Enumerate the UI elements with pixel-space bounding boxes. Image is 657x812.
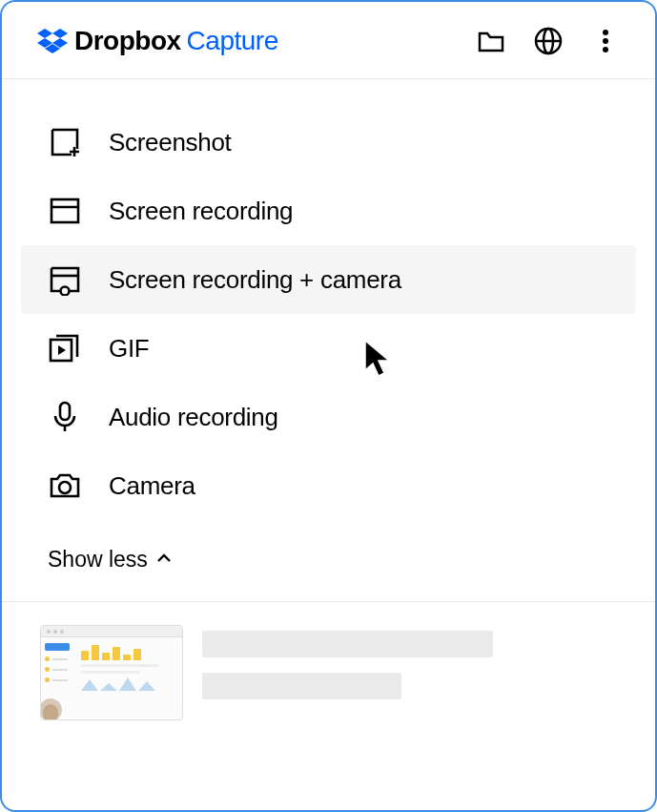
menu-label: Screenshot: [109, 128, 232, 157]
menu-label: Screen recording: [109, 197, 293, 226]
menu-item-audio-recording[interactable]: Audio recording: [21, 383, 636, 451]
menu-label: GIF: [109, 334, 149, 364]
skeleton-line: [202, 673, 401, 699]
skeleton-line: [202, 631, 493, 657]
menu-item-camera[interactable]: Camera: [21, 451, 636, 520]
screen-recording-icon: [48, 194, 82, 228]
svg-rect-13: [51, 199, 78, 222]
brand-name-main: Dropbox: [74, 26, 181, 56]
menu-item-screen-recording-camera[interactable]: Screen recording + camera: [21, 245, 636, 314]
folder-icon[interactable]: [476, 26, 506, 56]
menu-label: Audio recording: [109, 403, 278, 432]
menu-label: Screen recording + camera: [109, 265, 401, 295]
svg-point-21: [59, 482, 71, 493]
recent-captures-section: [2, 602, 655, 743]
menu-item-gif[interactable]: GIF: [21, 314, 636, 383]
more-vertical-icon[interactable]: [590, 26, 621, 56]
svg-rect-19: [60, 403, 70, 420]
brand-logo-section: Dropbox Capture: [36, 25, 278, 57]
recent-capture-thumbnail[interactable]: [40, 625, 183, 720]
gif-icon: [48, 331, 82, 365]
globe-icon[interactable]: [533, 26, 564, 56]
presenter-avatar: [40, 697, 64, 720]
svg-point-8: [603, 30, 608, 35]
svg-point-10: [603, 47, 608, 52]
menu-label: Camera: [109, 471, 195, 501]
svg-point-9: [603, 38, 608, 44]
screenshot-icon: [48, 125, 82, 159]
brand-name-sub: Capture: [187, 26, 278, 56]
screen-recording-camera-icon: [48, 262, 82, 297]
chevron-up-icon: [155, 547, 173, 573]
show-less-toggle[interactable]: Show less: [2, 530, 655, 592]
svg-marker-18: [58, 345, 66, 355]
svg-point-16: [61, 287, 70, 296]
recent-capture-placeholder: [202, 625, 617, 699]
menu-item-screen-recording[interactable]: Screen recording: [21, 177, 636, 245]
svg-marker-1: [52, 29, 68, 38]
microphone-icon: [48, 400, 82, 434]
camera-icon: [48, 468, 82, 503]
show-less-label: Show less: [48, 547, 148, 573]
menu-item-screenshot[interactable]: Screenshot: [21, 108, 636, 177]
header-actions: [476, 26, 621, 56]
dropbox-logo-icon: [36, 25, 69, 57]
app-header: Dropbox Capture: [2, 2, 655, 79]
capture-menu-list: Screenshot Screen recording Screen recor…: [2, 79, 655, 530]
svg-marker-0: [37, 29, 52, 38]
